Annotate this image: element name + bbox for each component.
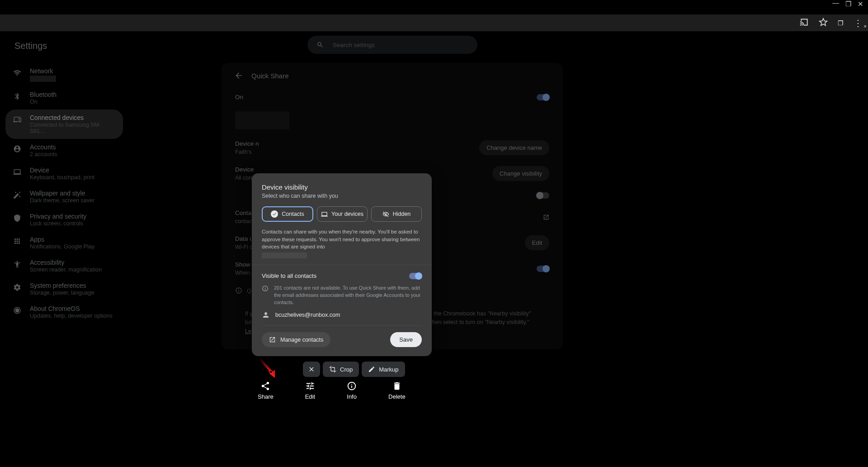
window-controls: — ❐ ✕ xyxy=(828,0,868,8)
maximize-button[interactable]: ❐ xyxy=(845,0,851,8)
sidebar-item-connected[interactable]: Connected devicesConnected to Samsung SM… xyxy=(5,110,123,139)
modal-description: Contacts can share with you when they're… xyxy=(262,228,422,258)
share-action[interactable]: Share xyxy=(258,381,274,400)
opt-contacts[interactable]: Contacts xyxy=(262,206,313,222)
device-name-value: Faith's xyxy=(235,149,259,155)
crop-button[interactable]: Crop xyxy=(323,362,359,377)
info-icon xyxy=(235,287,242,294)
edit-action[interactable]: Edit xyxy=(305,381,315,400)
person-icon xyxy=(262,311,270,319)
app-header: Settings xyxy=(0,31,868,60)
modal-title: Device visibility xyxy=(262,183,422,191)
opt-hidden[interactable]: Hidden xyxy=(371,206,422,222)
delete-icon xyxy=(392,381,402,391)
laptop-icon xyxy=(321,211,328,218)
on-toggle[interactable] xyxy=(537,94,549,100)
close-toolbar-button[interactable] xyxy=(303,362,320,377)
sidebar-item-accessibility[interactable]: AccessibilityScreen reader, magnificatio… xyxy=(5,254,123,277)
bluetooth-icon xyxy=(13,92,22,100)
hidden-icon xyxy=(382,211,389,218)
about-icon xyxy=(13,306,22,315)
network-icon xyxy=(13,69,22,77)
close-button[interactable]: ✕ xyxy=(858,0,863,8)
accessibility-icon xyxy=(13,260,22,268)
row-toggle-1[interactable] xyxy=(537,192,549,199)
on-label: On xyxy=(235,94,243,100)
sidebar-item-apps[interactable]: AppsNotifications, Google Play xyxy=(5,231,123,254)
change-visibility-button[interactable]: Change visibility xyxy=(492,166,549,181)
privacy-icon xyxy=(13,214,22,222)
edit-button[interactable]: Edit xyxy=(525,235,549,250)
change-device-name-button[interactable]: Change device name xyxy=(479,140,549,155)
open-icon xyxy=(269,336,276,343)
bottom-actions: Share Edit Info Delete xyxy=(258,381,406,400)
info-action[interactable]: Info xyxy=(347,381,357,400)
system-icon xyxy=(13,283,22,291)
share-icon xyxy=(260,381,270,391)
avatar-block xyxy=(235,111,289,129)
panel-back-icon[interactable] xyxy=(234,71,243,80)
device-icon xyxy=(13,168,22,176)
search-input[interactable] xyxy=(333,42,468,48)
device-name-label: Device n xyxy=(235,140,259,147)
search-icon xyxy=(316,41,324,49)
screenshot-toolbar: Crop Markup xyxy=(303,362,405,377)
browser-toolbar: ❐ ⋮ xyxy=(0,14,868,31)
search-field[interactable] xyxy=(307,36,477,54)
visibility-label: Device xyxy=(235,166,254,173)
manage-contacts-button[interactable]: Manage contacts xyxy=(262,332,330,347)
close-icon xyxy=(308,366,315,373)
sidebar-item-network[interactable]: Network xyxy=(5,63,123,86)
accounts-icon xyxy=(13,145,22,153)
info-icon xyxy=(262,285,269,292)
cast-icon[interactable] xyxy=(800,18,809,29)
modal-subtitle: Select who can share with you xyxy=(262,193,422,199)
visible-all-label: Visible to all contacts xyxy=(262,272,316,279)
markup-button[interactable]: Markup xyxy=(362,362,405,377)
star-icon[interactable] xyxy=(819,18,828,29)
info-icon xyxy=(347,381,357,391)
crop-icon xyxy=(329,366,336,373)
visibility-value: All cont xyxy=(235,175,254,181)
sidebar-item-privacy[interactable]: Privacy and securityLock screen, control… xyxy=(5,208,123,231)
modal-note: 201 contacts are not available. To use Q… xyxy=(274,285,422,306)
sidebar: NetworkBluetoothOnConnected devicesConne… xyxy=(5,63,123,324)
panel-title: Quick Share xyxy=(251,72,289,80)
open-external-icon[interactable] xyxy=(543,214,549,220)
sidebar-item-accounts[interactable]: Accounts2 accounts xyxy=(5,139,123,162)
page-title: Settings xyxy=(14,41,47,51)
wallpaper-icon xyxy=(13,191,22,199)
save-button[interactable]: Save xyxy=(390,332,422,347)
sidebar-item-system[interactable]: System preferencesStorage, power, langua… xyxy=(5,277,123,300)
sidebar-item-bluetooth[interactable]: BluetoothOn xyxy=(5,86,123,110)
minimize-button[interactable]: — xyxy=(832,0,839,6)
opt-your-devices[interactable]: Your devices xyxy=(317,206,368,222)
connected-icon xyxy=(13,115,22,124)
sidebar-item-wallpaper[interactable]: Wallpaper and styleDark theme, screen sa… xyxy=(5,185,123,208)
sidebar-item-about[interactable]: About ChromeOSUpdates, help, developer o… xyxy=(5,300,123,324)
visible-all-toggle[interactable] xyxy=(409,273,422,279)
annotation-arrow xyxy=(255,355,278,378)
tune-icon xyxy=(305,381,315,391)
apps-icon xyxy=(13,237,22,245)
delete-action[interactable]: Delete xyxy=(388,381,406,400)
markup-icon xyxy=(368,366,375,373)
contact-email: bcuzhelives@runbox.com xyxy=(275,312,340,318)
sidebar-item-device[interactable]: DeviceKeyboard, touchpad, print xyxy=(5,162,123,185)
show-toggle[interactable] xyxy=(537,266,549,272)
visibility-segmented: Contacts Your devices Hidden xyxy=(262,206,422,222)
kebab-menu-icon[interactable]: ⋮ xyxy=(854,19,863,28)
device-visibility-modal: Device visibility Select who can share w… xyxy=(252,173,432,356)
restore-icon[interactable]: ❐ xyxy=(838,19,844,27)
